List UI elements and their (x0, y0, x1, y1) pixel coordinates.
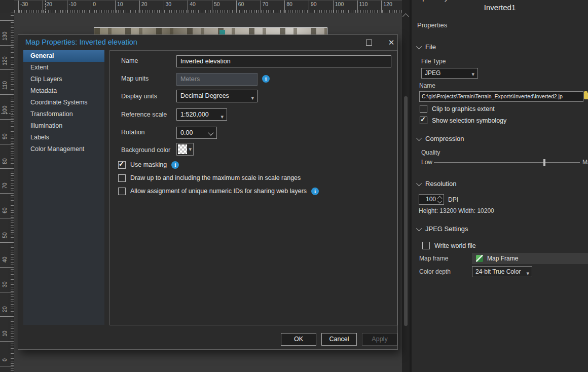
dialog-content: Name Inverted elevation Map units Meters… (109, 50, 397, 325)
export-item-name: Inverted1 (412, 3, 588, 12)
display-units-select[interactable]: Decimal Degrees▾ (176, 90, 258, 102)
restore-icon (366, 40, 372, 46)
dimensions-text: Height: 13200 Width: 10200 (419, 207, 494, 214)
resolution-section-header[interactable]: Resolution (418, 180, 456, 188)
nav-item-coordinate-systems[interactable]: Coordinate Systems (23, 97, 104, 108)
browse-folder-icon[interactable] (584, 93, 588, 99)
compression-section-header[interactable]: Compression (418, 135, 464, 142)
color-depth-select[interactable]: 24-bit True Color ▾ (472, 266, 532, 277)
reference-scale-combo[interactable]: 1:520,000▾ (176, 108, 227, 121)
info-icon[interactable]: i (171, 161, 179, 169)
chevron-down-icon (416, 225, 422, 231)
use-masking-checkbox[interactable]: ✓ (118, 161, 126, 169)
dialog-title: Map Properties: Inverted elevation (25, 38, 137, 46)
nav-item-labels[interactable]: Labels (23, 132, 104, 143)
scroll-up-icon[interactable] (402, 13, 409, 20)
nav-item-extent[interactable]: Extent (23, 62, 104, 73)
map-frame-label: Map frame (419, 255, 448, 262)
layout-scrollbar[interactable] (402, 0, 410, 372)
quality-max-label: Max (582, 159, 588, 166)
chevron-down-icon: ▾ (220, 111, 224, 122)
chevron-down-icon (416, 180, 422, 185)
chevron-down-icon (208, 130, 213, 135)
map-name-input[interactable]: Inverted elevation (176, 55, 391, 67)
chevron-down-icon: ▾ (189, 146, 192, 153)
file-path-input[interactable]: C:\gis\Projects\Terrain\Terrain_Exports\… (419, 91, 583, 102)
map-units-input: Meters (176, 73, 258, 86)
quality-slider-handle[interactable] (543, 159, 545, 166)
dpi-unit-label: DPI (448, 196, 458, 203)
chevron-down-icon: ▾ (471, 69, 474, 79)
info-icon[interactable]: i (262, 75, 270, 83)
spinner-arrows-icon[interactable] (437, 195, 443, 204)
nav-item-metadata[interactable]: Metadata (23, 85, 104, 97)
map-units-label: Map units (121, 75, 149, 82)
restore-window-button[interactable] (360, 36, 378, 48)
rotation-label: Rotation (121, 129, 145, 136)
use-masking-row: ✓ Use masking i (118, 161, 179, 169)
ruler-vertical: 1301201101009080706050403020100-10 (0, 13, 14, 372)
quality-label: Quality (421, 149, 440, 156)
map-frame-icon (476, 255, 483, 262)
export-pane: Export Layout Inverted1 Properties File … (412, 0, 588, 372)
draw-max-scale-checkbox[interactable]: ✓ (118, 174, 126, 182)
transparent-color-swatch (178, 144, 187, 154)
jpeg-settings-section-header[interactable]: JPEG Settings (418, 225, 468, 233)
ruler-corner (0, 0, 15, 13)
chevron-down-icon: ▾ (526, 268, 529, 278)
file-section-header[interactable]: File (418, 43, 436, 51)
map-frame-select[interactable]: Map Frame (472, 253, 588, 264)
display-units-label: Display units (121, 93, 157, 100)
world-file-row: ✓ Write world file (422, 242, 476, 249)
selection-symbology-row: ✓ Show selection symbology (420, 117, 506, 124)
chevron-down-icon: ▾ (251, 92, 254, 103)
nav-item-transformation[interactable]: Transformation (23, 108, 104, 120)
background-color-label: Background color (121, 146, 170, 154)
rotation-combo[interactable]: 0.00 (176, 127, 217, 139)
nav-item-general[interactable]: General (23, 50, 104, 62)
close-window-button[interactable]: ✕ (383, 36, 400, 48)
apply-button: Apply (362, 333, 397, 346)
cancel-button[interactable]: Cancel (321, 333, 357, 346)
draw-max-scale-row: ✓ Draw up to and including the maximum s… (118, 174, 301, 182)
pane-header-clipped: Export Layout (414, 0, 458, 2)
clip-graphics-row: ✓ Clip to graphics extent (420, 105, 495, 113)
reference-scale-label: Reference scale (121, 111, 167, 118)
file-type-label: File Type (421, 58, 446, 65)
dpi-spinner[interactable]: 100 (419, 194, 444, 205)
dialog-nav: General Extent Clip Layers Metadata Coor… (23, 50, 104, 325)
chevron-down-icon (416, 135, 422, 140)
clip-graphics-checkbox[interactable]: ✓ (420, 105, 427, 113)
color-depth-label: Color depth (419, 268, 451, 275)
file-name-label: Name (419, 82, 435, 89)
chevron-down-icon (416, 43, 422, 49)
scrollbar-thumb[interactable] (404, 96, 408, 326)
nav-item-clip-layers[interactable]: Clip Layers (23, 73, 104, 85)
name-label: Name (121, 57, 138, 64)
quality-slider[interactable] (434, 162, 580, 163)
map-properties-dialog: Map Properties: Inverted elevation ✕ Gen… (18, 34, 398, 350)
unique-ids-checkbox[interactable]: ✓ (118, 188, 126, 195)
nav-item-color-management[interactable]: Color Management (23, 143, 104, 155)
selection-symbology-checkbox[interactable]: ✓ (420, 117, 427, 124)
properties-label: Properties (417, 21, 447, 29)
background-color-picker[interactable]: ▾ (176, 143, 194, 156)
ruler-horizontal: -30-20-100102030405060708090100110120 (14, 0, 402, 14)
nav-item-illumination[interactable]: Illumination (23, 120, 104, 132)
world-file-checkbox[interactable]: ✓ (422, 242, 430, 249)
info-icon[interactable]: i (311, 188, 319, 195)
unique-ids-row: ✓ Allow assignment of unique numeric IDs… (118, 187, 319, 195)
quality-low-label: Low (421, 159, 432, 166)
ok-button[interactable]: OK (281, 333, 316, 346)
file-type-select[interactable]: JPEG▾ (421, 68, 478, 79)
